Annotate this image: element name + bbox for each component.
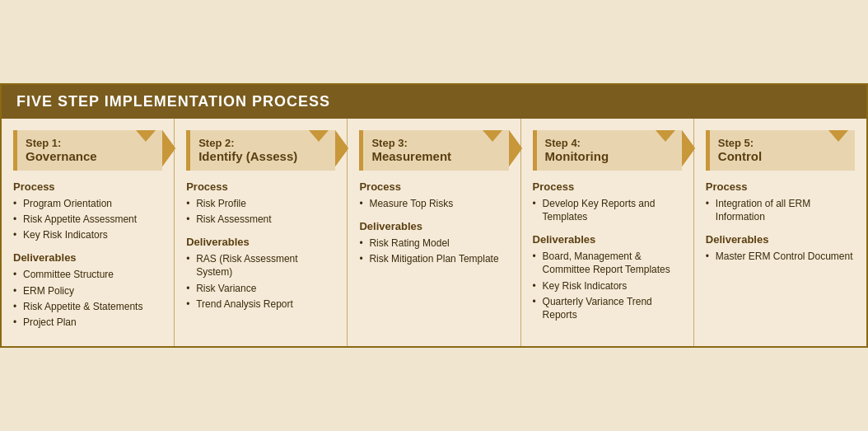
header-bar: FIVE STEP IMPLEMENTATION PROCESS [2, 85, 866, 119]
step-arrow-icon [335, 130, 348, 166]
step-header-4: Step 4:Monitoring [533, 130, 682, 171]
list-item: Committee Structure [13, 268, 162, 281]
list-item: Measure Top Risks [359, 197, 508, 210]
process-label-3: Process [359, 180, 508, 193]
page-title: FIVE STEP IMPLEMENTATION PROCESS [16, 93, 852, 110]
main-container: FIVE STEP IMPLEMENTATION PROCESS Step 1:… [0, 83, 868, 348]
step-arrow-icon [162, 130, 175, 166]
list-item: Risk Mitigation Plan Template [359, 252, 508, 265]
list-item: ERM Policy [13, 284, 162, 297]
process-label-1: Process [13, 180, 162, 193]
deliverables-list-5: Master ERM Control Document [706, 250, 855, 263]
step-number-2: Step 2: [198, 137, 327, 149]
list-item: Key Risk Indicators [533, 279, 682, 293]
list-item: Trend Analysis Report [186, 297, 335, 311]
deliverables-label-2: Deliverables [186, 236, 335, 248]
step-col-5: Step 5:ControlProcessIntegration of all … [694, 119, 866, 346]
list-item: Project Plan [13, 316, 162, 329]
triangle-accent [828, 130, 848, 142]
deliverables-list-1: Committee StructureERM PolicyRisk Appeti… [13, 268, 162, 329]
list-item: Board, Management & Committee Report Tem… [533, 250, 682, 276]
process-list-4: Develop Key Reports and Templates [533, 197, 682, 223]
process-label-4: Process [533, 180, 682, 193]
step-col-2: Step 2:Identify (Assess)ProcessRisk Prof… [175, 119, 348, 346]
triangle-accent [136, 130, 156, 142]
deliverables-label-3: Deliverables [359, 220, 508, 232]
step-arrow-icon [682, 130, 695, 166]
step-number-4: Step 4: [545, 137, 674, 149]
list-item: Develop Key Reports and Templates [533, 197, 682, 223]
list-item: Risk Rating Model [359, 237, 508, 250]
deliverables-list-4: Board, Management & Committee Report Tem… [533, 250, 682, 321]
deliverables-label-1: Deliverables [13, 251, 162, 264]
step-name-2: Identify (Assess) [198, 149, 327, 164]
process-list-1: Program OrientationRisk Appetite Assessm… [13, 197, 162, 242]
step-arrow-icon [509, 130, 522, 166]
deliverables-list-3: Risk Rating ModelRisk Mitigation Plan Te… [359, 237, 508, 265]
list-item: Master ERM Control Document [706, 250, 855, 263]
step-col-4: Step 4:MonitoringProcessDevelop Key Repo… [521, 119, 694, 346]
process-label-5: Process [706, 180, 855, 193]
list-item: Risk Profile [186, 197, 335, 210]
triangle-accent [309, 130, 329, 142]
step-name-1: Governance [26, 149, 154, 164]
list-item: Integration of all ERM Information [706, 197, 855, 223]
deliverables-label-5: Deliverables [706, 233, 855, 246]
process-list-2: Risk ProfileRisk Assessment [186, 197, 335, 226]
step-header-1: Step 1:Governance [13, 130, 162, 171]
step-header-3: Step 3:Measurement [359, 130, 508, 171]
list-item: Risk Variance [186, 282, 335, 295]
step-name-5: Control [718, 149, 847, 164]
list-item: RAS (Risk Assessment System) [186, 252, 335, 279]
list-item: Quarterly Variance Trend Reports [533, 295, 682, 321]
step-col-3: Step 3:MeasurementProcessMeasure Top Ris… [348, 119, 520, 346]
step-number-1: Step 1: [26, 137, 154, 149]
step-name-4: Monitoring [545, 149, 674, 164]
list-item: Program Orientation [13, 197, 162, 210]
list-item: Risk Assessment [186, 213, 335, 226]
steps-container: Step 1:GovernanceProcessProgram Orientat… [2, 119, 866, 346]
step-number-5: Step 5: [718, 137, 847, 149]
process-list-5: Integration of all ERM Information [706, 197, 855, 223]
list-item: Risk Appetite Assessment [13, 213, 162, 226]
step-col-1: Step 1:GovernanceProcessProgram Orientat… [2, 119, 175, 346]
deliverables-list-2: RAS (Risk Assessment System)Risk Varianc… [186, 252, 335, 311]
list-item: Risk Appetite & Statements [13, 300, 162, 313]
process-list-3: Measure Top Risks [359, 197, 508, 210]
step-header-5: Step 5:Control [706, 130, 855, 171]
deliverables-label-4: Deliverables [533, 233, 682, 246]
triangle-accent [656, 130, 675, 142]
step-header-2: Step 2:Identify (Assess) [186, 130, 335, 171]
step-number-3: Step 3: [371, 137, 500, 149]
list-item: Key Risk Indicators [13, 228, 162, 241]
step-name-3: Measurement [371, 149, 500, 164]
process-label-2: Process [186, 180, 335, 193]
triangle-accent [483, 130, 502, 142]
